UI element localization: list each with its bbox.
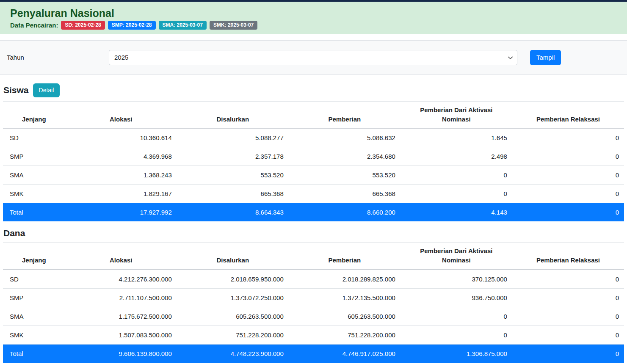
cell-relaksasi: 0 bbox=[512, 185, 624, 203]
total-row: Total 17.927.992 8.664.343 8.660.200 4.1… bbox=[3, 203, 624, 222]
filter-bar: Tahun 2025 Tampil bbox=[0, 40, 627, 75]
cell-alokasi: 1.507.083.500.000 bbox=[65, 325, 177, 344]
cell-jenjang: SMA bbox=[3, 166, 65, 185]
siswa-section-header: Siswa Detail bbox=[3, 83, 624, 97]
detail-button[interactable]: Detail bbox=[33, 83, 60, 97]
cell-jenjang: SMK bbox=[3, 185, 65, 203]
cell-disalurkan: 1.373.072.250.000 bbox=[177, 288, 289, 307]
cell-disalurkan: 4.748.223.900.000 bbox=[177, 344, 289, 363]
cell-alokasi: 1.829.167 bbox=[65, 185, 177, 203]
cell-relaksasi: 0 bbox=[512, 325, 624, 344]
cell-aktivasi: 936.750.000 bbox=[401, 288, 512, 307]
siswa-table: Jenjang Alokasi Disalurkan Pemberian Pem… bbox=[3, 101, 624, 222]
cell-alokasi: 1.175.672.500.000 bbox=[65, 307, 177, 325]
cell-alokasi: 9.606.139.800.000 bbox=[65, 344, 177, 363]
cell-relaksasi: 0 bbox=[512, 203, 624, 222]
col-pemberian-aktivasi: Pemberian Dari Aktivasi Nominasi bbox=[401, 101, 512, 128]
cell-alokasi: 10.360.614 bbox=[65, 128, 177, 147]
col-alokasi: Alokasi bbox=[65, 101, 177, 128]
cell-aktivasi: 0 bbox=[401, 185, 512, 203]
cell-aktivasi: 370.125.000 bbox=[401, 270, 512, 289]
dana-title: Dana bbox=[3, 228, 624, 238]
cell-disalurkan: 605.263.500.000 bbox=[177, 307, 289, 325]
main-content: Siswa Detail Jenjang Alokasi Disalurkan … bbox=[0, 83, 627, 363]
page-title: Penyaluran Nasional bbox=[10, 7, 617, 19]
badge-sma-date: SMA: 2025-03-07 bbox=[159, 21, 207, 30]
year-select-wrap: 2025 bbox=[109, 50, 517, 65]
cell-pemberian: 553.520 bbox=[289, 166, 401, 185]
badge-sd-date: SD: 2025-02-28 bbox=[61, 21, 105, 30]
table-row-sd: SD 10.360.614 5.088.277 5.086.632 1.645 … bbox=[3, 128, 624, 147]
data-pencairan-row: Data Pencairan: SD: 2025-02-28 SMP: 2025… bbox=[10, 21, 617, 30]
cell-jenjang: Total bbox=[3, 344, 65, 363]
cell-alokasi: 2.711.107.500.000 bbox=[65, 288, 177, 307]
spacer bbox=[0, 34, 627, 40]
cell-pemberian: 1.372.135.500.000 bbox=[289, 288, 401, 307]
col-jenjang: Jenjang bbox=[3, 101, 65, 128]
cell-pemberian: 605.263.500.000 bbox=[289, 307, 401, 325]
cell-pemberian: 665.368 bbox=[289, 185, 401, 203]
cell-disalurkan: 5.088.277 bbox=[177, 128, 289, 147]
cell-aktivasi: 0 bbox=[401, 325, 512, 344]
cell-jenjang: SD bbox=[3, 270, 65, 289]
cell-disalurkan: 8.664.343 bbox=[177, 203, 289, 222]
table-row-sd: SD 4.212.276.300.000 2.018.659.950.000 2… bbox=[3, 270, 624, 289]
cell-relaksasi: 0 bbox=[512, 128, 624, 147]
cell-pemberian: 751.228.200.000 bbox=[289, 325, 401, 344]
col-pemberian-aktivasi: Pemberian Dari Aktivasi Nominasi bbox=[401, 243, 512, 270]
cell-relaksasi: 0 bbox=[512, 270, 624, 289]
page-banner: Penyaluran Nasional Data Pencairan: SD: … bbox=[0, 2, 627, 34]
cell-aktivasi: 1.306.875.000 bbox=[401, 344, 512, 363]
siswa-title: Siswa bbox=[3, 85, 29, 95]
cell-alokasi: 4.369.968 bbox=[65, 147, 177, 166]
cell-jenjang: SD bbox=[3, 128, 65, 147]
cell-alokasi: 4.212.276.300.000 bbox=[65, 270, 177, 289]
total-row: Total 9.606.139.800.000 4.748.223.900.00… bbox=[3, 344, 624, 363]
col-alokasi: Alokasi bbox=[65, 243, 177, 270]
cell-aktivasi: 2.498 bbox=[401, 147, 512, 166]
cell-aktivasi: 1.645 bbox=[401, 128, 512, 147]
tampil-button[interactable]: Tampil bbox=[530, 50, 561, 65]
table-row-smk: SMK 1.829.167 665.368 665.368 0 0 bbox=[3, 185, 624, 203]
cell-disalurkan: 665.368 bbox=[177, 185, 289, 203]
col-pemberian: Pemberian bbox=[289, 243, 401, 270]
cell-pemberian: 2.354.680 bbox=[289, 147, 401, 166]
table-row-smp: SMP 4.369.968 2.357.178 2.354.680 2.498 … bbox=[3, 147, 624, 166]
cell-relaksasi: 0 bbox=[512, 307, 624, 325]
dana-header-row: Jenjang Alokasi Disalurkan Pemberian Pem… bbox=[3, 243, 624, 270]
cell-jenjang: Total bbox=[3, 203, 65, 222]
col-pemberian-relaksasi: Pemberian Relaksasi bbox=[512, 243, 624, 270]
cell-jenjang: SMA bbox=[3, 307, 65, 325]
table-row-smp: SMP 2.711.107.500.000 1.373.072.250.000 … bbox=[3, 288, 624, 307]
table-row-sma: SMA 1.175.672.500.000 605.263.500.000 60… bbox=[3, 307, 624, 325]
cell-alokasi: 17.927.992 bbox=[65, 203, 177, 222]
table-row-sma: SMA 1.368.243 553.520 553.520 0 0 bbox=[3, 166, 624, 185]
cell-jenjang: SMK bbox=[3, 325, 65, 344]
cell-jenjang: SMP bbox=[3, 147, 65, 166]
cell-alokasi: 1.368.243 bbox=[65, 166, 177, 185]
col-pemberian: Pemberian bbox=[289, 101, 401, 128]
cell-disalurkan: 751.228.200.000 bbox=[177, 325, 289, 344]
cell-relaksasi: 0 bbox=[512, 147, 624, 166]
cell-pemberian: 8.660.200 bbox=[289, 203, 401, 222]
cell-relaksasi: 0 bbox=[512, 288, 624, 307]
cell-relaksasi: 0 bbox=[512, 166, 624, 185]
year-select[interactable]: 2025 bbox=[109, 50, 517, 65]
data-pencairan-label: Data Pencairan: bbox=[10, 22, 58, 29]
cell-pemberian: 2.018.289.825.000 bbox=[289, 270, 401, 289]
cell-disalurkan: 2.357.178 bbox=[177, 147, 289, 166]
cell-aktivasi: 0 bbox=[401, 166, 512, 185]
cell-disalurkan: 553.520 bbox=[177, 166, 289, 185]
dana-table: Jenjang Alokasi Disalurkan Pemberian Pem… bbox=[3, 242, 624, 363]
col-pemberian-relaksasi: Pemberian Relaksasi bbox=[512, 101, 624, 128]
badge-smk-date: SMK: 2025-03-07 bbox=[210, 21, 257, 30]
cell-pemberian: 4.746.917.025.000 bbox=[289, 344, 401, 363]
col-disalurkan: Disalurkan bbox=[177, 243, 289, 270]
col-jenjang: Jenjang bbox=[3, 243, 65, 270]
year-label: Tahun bbox=[0, 54, 109, 61]
col-disalurkan: Disalurkan bbox=[177, 101, 289, 128]
cell-relaksasi: 0 bbox=[512, 344, 624, 363]
cell-disalurkan: 2.018.659.950.000 bbox=[177, 270, 289, 289]
cell-aktivasi: 0 bbox=[401, 307, 512, 325]
table-row-smk: SMK 1.507.083.500.000 751.228.200.000 75… bbox=[3, 325, 624, 344]
